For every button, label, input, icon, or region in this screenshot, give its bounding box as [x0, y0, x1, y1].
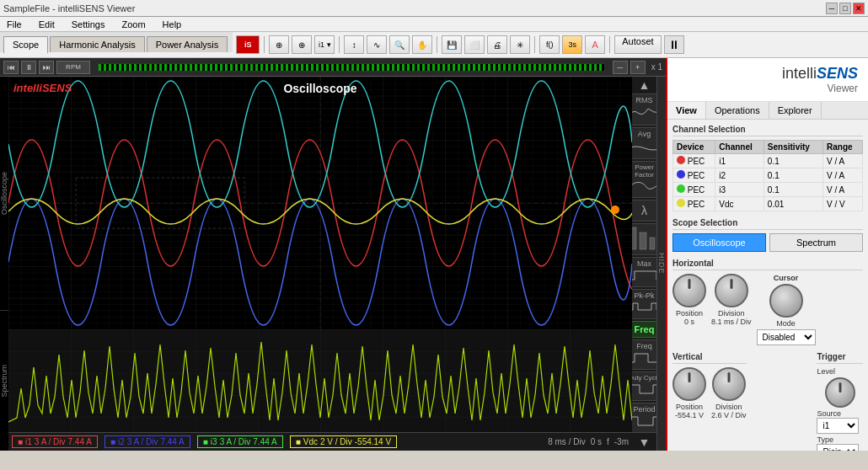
cursor-mode-select[interactable]: Disabled Single Dual: [757, 329, 816, 345]
cursor-title: Cursor: [774, 274, 799, 282]
max-button[interactable]: Max: [632, 257, 656, 287]
minimize-button[interactable]: ─: [826, 3, 838, 14]
intellisens-icon[interactable]: iS: [236, 35, 260, 54]
power-factor-icon: [632, 179, 656, 194]
v-position-knob[interactable]: [672, 367, 706, 401]
channel-row-0[interactable]: PEC i1 0.1 V / A: [673, 154, 863, 168]
period-icon: [632, 414, 656, 429]
export-btn[interactable]: ⬜: [464, 35, 485, 54]
ch-vdc-scale: 2 V / Div: [320, 437, 352, 446]
scroll-up-button[interactable]: ▲: [639, 78, 651, 92]
channel-row-1[interactable]: PEC i2 0.1 V / A: [673, 168, 863, 183]
channel-btn-1[interactable]: ⊕: [269, 35, 289, 54]
trigger-level-knob[interactable]: [825, 377, 855, 408]
menu-file[interactable]: File: [3, 19, 25, 29]
v-division-value: 2.6 V / Div: [711, 411, 747, 419]
duty-cycle-button[interactable]: Duty Cycle: [632, 371, 656, 401]
freq-display-label: Freq: [632, 324, 656, 334]
autoset-button[interactable]: Autoset: [614, 35, 661, 54]
save-btn[interactable]: 💾: [442, 35, 462, 54]
oscilloscope-button[interactable]: Oscilloscope: [672, 233, 766, 252]
v-division-knob[interactable]: [712, 367, 746, 401]
h-division-knob[interactable]: [715, 274, 748, 307]
vertical-section: Vertical Position -554.1 V Division 2.6 …: [672, 352, 863, 451]
channel-row-2[interactable]: PEC i3 0.1 V / A: [673, 183, 863, 197]
cursor-knob[interactable]: [769, 284, 803, 318]
zoom-btn[interactable]: 🔍: [389, 35, 410, 54]
channel-selection-section: Channel Selection Device Channel Sensiti…: [672, 125, 863, 211]
scope-area: ⏮ ⏸ ⏭ RPM ─ + x 1 Oscilloscope Spectrum: [0, 58, 666, 451]
rewind-button[interactable]: ⏮: [3, 61, 19, 74]
menu-settings[interactable]: Settings: [68, 19, 109, 29]
play-btn[interactable]: f(): [539, 35, 560, 54]
freq-3s-btn[interactable]: 3s: [562, 35, 582, 54]
record-btn[interactable]: A: [585, 35, 605, 54]
stop-button[interactable]: RPM: [56, 61, 90, 74]
title-bar: SampleFile - intelliSENS Viewer ─ □ ✕: [0, 0, 868, 17]
channel-btn-2[interactable]: ⊕: [292, 35, 312, 54]
print-btn[interactable]: 🖨: [487, 35, 507, 54]
panel-tab-view[interactable]: View: [667, 102, 706, 119]
channel-i2-status: ■ i2 3 A / Div 7.44 A: [104, 435, 190, 448]
waveform-icon-button[interactable]: [632, 223, 656, 255]
cursor-btn[interactable]: ↕: [344, 35, 364, 54]
period-button[interactable]: Period: [632, 403, 656, 433]
trigger-title: Trigger: [817, 352, 863, 364]
tab-harmonic-analysis[interactable]: Harmonic Analysis: [50, 36, 144, 52]
main-layout: ⏮ ⏸ ⏭ RPM ─ + x 1 Oscilloscope Spectrum: [0, 58, 868, 451]
ch-i3-name: i3: [211, 437, 217, 446]
svg-point-5: [611, 206, 619, 214]
freq-display[interactable]: Freq: [632, 321, 656, 338]
lambda-button[interactable]: λ: [632, 200, 656, 222]
forward-button[interactable]: ⏭: [39, 61, 54, 74]
play-scope-button[interactable]: ⏸: [21, 61, 36, 74]
i1-btn[interactable]: i1 ▾: [314, 35, 335, 54]
avg-button[interactable]: Avg: [632, 127, 656, 159]
menu-edit[interactable]: Edit: [35, 19, 58, 29]
time-div-status: 8 ms / Div: [548, 437, 585, 446]
trigger-level-knob-container: [817, 377, 863, 408]
avg-label: Avg: [632, 130, 656, 138]
vertical-left: Vertical Position -554.1 V Division 2.6 …: [672, 352, 747, 451]
hide-panel-button[interactable]: HIDE: [656, 77, 666, 451]
maximize-button[interactable]: □: [839, 3, 851, 14]
measure-btn[interactable]: ∿: [367, 35, 387, 54]
power-factor-label: Power Factor: [632, 163, 656, 179]
trigger-type-label: Type: [817, 435, 833, 444]
spectrum-button[interactable]: Spectrum: [769, 233, 863, 252]
channel-row-3[interactable]: PEC Vdc 0.01 V / V: [673, 197, 863, 211]
tab-scope[interactable]: Scope: [3, 36, 48, 54]
zoom-minus-button[interactable]: ─: [613, 61, 628, 74]
tab-power-analysis[interactable]: Power Analysis: [147, 36, 228, 52]
close-button[interactable]: ✕: [853, 3, 865, 14]
col-sensitivity: Sensitivity: [764, 141, 822, 154]
h-position-knob[interactable]: [672, 274, 706, 307]
intelli-logo-left: intelliSENS: [13, 82, 72, 94]
scroll-down-button[interactable]: ▼: [639, 435, 651, 449]
trigger-source-select[interactable]: i1i2i3Vdc: [817, 418, 859, 434]
freq-button[interactable]: Freq: [632, 339, 656, 370]
freq-icon: [632, 350, 656, 366]
rms-button[interactable]: RMS: [632, 93, 656, 126]
zoom-plus-button[interactable]: +: [630, 61, 646, 74]
menu-zoom[interactable]: Zoom: [118, 19, 148, 29]
ch-i1-name: i1: [25, 437, 32, 446]
spectrum-panel: [8, 329, 632, 432]
pan-btn[interactable]: ✋: [412, 35, 432, 54]
panel-tab-operations[interactable]: Operations: [706, 102, 769, 119]
channel-table: Device Channel Sensitivity Range PEC i1 …: [672, 140, 863, 211]
channel-selection-title: Channel Selection: [672, 125, 863, 136]
pkpk-button[interactable]: Pk-Pk: [632, 289, 656, 319]
menu-help[interactable]: Help: [159, 19, 185, 29]
panel-tab-explorer[interactable]: Explorer: [769, 102, 822, 119]
settings-btn[interactable]: ✳: [510, 35, 530, 54]
v-position-label: Position: [676, 403, 703, 411]
power-factor-button[interactable]: Power Factor: [632, 161, 656, 198]
freq-label-status: f: [607, 437, 609, 446]
h-position-knob-container: Position 0 s: [672, 274, 706, 326]
h-position-value: 0 s: [684, 318, 694, 326]
toolbar: iS ⊕ ⊕ i1 ▾ ↕ ∿ 🔍 ✋ 💾 ⬜ 🖨 ✳ f() 3s A Aut…: [233, 32, 868, 57]
ch-i1-scale: 3 A / Div: [35, 437, 66, 446]
pause-button[interactable]: ⏸: [664, 35, 684, 54]
trigger-type-select[interactable]: RisingFalling: [817, 444, 859, 451]
